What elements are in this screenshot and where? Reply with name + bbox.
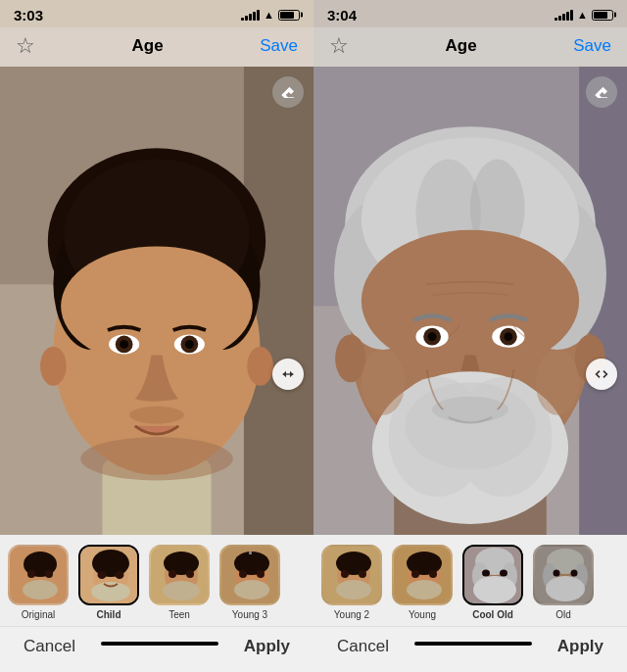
left-eraser-button[interactable] xyxy=(272,76,304,108)
right-apply-button[interactable]: Apply xyxy=(557,637,603,656)
svg-point-35 xyxy=(164,552,199,575)
svg-point-15 xyxy=(185,340,194,349)
filter-label-original: Original xyxy=(22,609,55,620)
svg-point-84 xyxy=(411,570,419,578)
filter-item-young2[interactable]: Young 2 xyxy=(319,545,384,620)
filter-item-coolold[interactable]: Cool Old xyxy=(460,545,525,620)
svg-point-61 xyxy=(428,332,437,341)
right-compare-button[interactable] xyxy=(586,359,617,390)
svg-point-70 xyxy=(335,334,365,382)
filter-label-coolold: Cool Old xyxy=(472,609,513,620)
left-signal-icon xyxy=(241,10,260,21)
right-battery-icon xyxy=(592,10,613,21)
filter-item-young3[interactable]: Young 3 xyxy=(217,545,282,620)
left-status-icons: ▲ xyxy=(241,9,300,21)
svg-point-100 xyxy=(554,570,560,577)
right-wifi-icon: ▲ xyxy=(577,9,588,21)
right-signal-icon xyxy=(555,10,573,21)
svg-point-79 xyxy=(359,570,366,578)
left-phone-screen: 3:03 ▲ ☆ Age Save xyxy=(0,0,314,672)
svg-point-73 xyxy=(536,350,579,415)
filter-item-teen[interactable]: Teen xyxy=(147,545,212,620)
svg-point-93 xyxy=(500,570,507,577)
filter-thumb-young3 xyxy=(219,545,280,605)
right-photo-background xyxy=(314,67,627,535)
filter-label-old: Old xyxy=(555,609,571,620)
filter-label-young: Young xyxy=(409,609,436,620)
filter-thumb-teen xyxy=(149,545,210,605)
filter-thumb-child xyxy=(78,545,139,605)
left-favorite-button[interactable]: ☆ xyxy=(16,33,35,59)
svg-point-24 xyxy=(23,580,58,600)
svg-point-38 xyxy=(186,570,194,578)
left-page-title: Age xyxy=(132,36,164,56)
left-save-button[interactable]: Save xyxy=(260,36,298,56)
right-time: 3:04 xyxy=(327,7,357,24)
left-face-svg xyxy=(0,67,314,535)
right-bottom-bar: Cancel Apply xyxy=(314,626,627,672)
left-nav-bar: ☆ Age Save xyxy=(0,27,314,67)
left-bottom-bar: Cancel Apply xyxy=(0,626,314,672)
filter-label-young2: Young 2 xyxy=(334,609,369,620)
filter-item-child[interactable]: Child xyxy=(76,545,141,620)
right-favorite-button[interactable]: ☆ xyxy=(329,33,349,59)
svg-rect-45 xyxy=(249,552,252,554)
left-status-bar: 3:03 ▲ xyxy=(0,0,314,27)
svg-point-16 xyxy=(129,407,184,424)
right-save-button[interactable]: Save xyxy=(573,36,611,56)
filter-item-young[interactable]: Young xyxy=(390,545,455,620)
right-page-title: Age xyxy=(446,36,477,56)
svg-point-32 xyxy=(116,571,124,579)
svg-point-19 xyxy=(80,437,233,480)
filter-item-old[interactable]: Old xyxy=(531,545,596,620)
filter-label-child: Child xyxy=(97,609,121,620)
left-battery-icon xyxy=(278,10,300,21)
svg-point-31 xyxy=(98,571,107,579)
svg-point-92 xyxy=(482,570,490,577)
svg-point-37 xyxy=(169,570,176,578)
right-eraser-button[interactable] xyxy=(586,76,617,108)
svg-point-43 xyxy=(239,570,247,578)
right-photo-area xyxy=(314,67,627,535)
svg-point-58 xyxy=(362,230,579,372)
right-face-svg xyxy=(314,67,627,535)
svg-point-64 xyxy=(504,332,512,341)
svg-point-101 xyxy=(571,570,578,577)
right-cancel-button[interactable]: Cancel xyxy=(337,637,389,656)
filter-thumb-original xyxy=(8,545,69,605)
svg-point-76 xyxy=(336,552,371,575)
svg-point-36 xyxy=(163,581,200,600)
svg-point-91 xyxy=(473,576,516,603)
filter-thumb-young xyxy=(392,545,453,605)
svg-point-85 xyxy=(429,570,437,578)
left-filter-strip: Original Child xyxy=(0,535,314,626)
left-cancel-button[interactable]: Cancel xyxy=(24,637,75,656)
svg-point-25 xyxy=(27,570,35,578)
left-time: 3:03 xyxy=(14,7,43,24)
left-compare-button[interactable] xyxy=(272,359,304,390)
filter-item-original[interactable]: Original xyxy=(6,545,71,620)
svg-point-69 xyxy=(432,397,508,423)
svg-point-68 xyxy=(405,382,535,469)
left-photo-area xyxy=(0,67,314,535)
left-apply-button[interactable]: Apply xyxy=(244,637,290,656)
svg-point-82 xyxy=(407,552,442,575)
svg-point-42 xyxy=(234,580,269,600)
svg-point-17 xyxy=(40,347,67,386)
svg-point-99 xyxy=(546,576,585,601)
svg-point-12 xyxy=(120,340,128,349)
left-wifi-icon: ▲ xyxy=(264,9,274,21)
svg-point-77 xyxy=(336,580,371,600)
filter-thumb-old xyxy=(533,545,594,605)
filter-thumb-coolold xyxy=(462,545,523,605)
left-photo-background xyxy=(0,67,314,535)
svg-point-9 xyxy=(61,246,253,365)
left-home-indicator xyxy=(101,642,218,646)
svg-point-30 xyxy=(91,582,130,601)
svg-point-26 xyxy=(45,570,53,578)
right-phone-screen: 3:04 ▲ ☆ Age Save xyxy=(314,0,627,672)
right-filter-strip: Young 2 Young xyxy=(314,535,627,626)
right-home-indicator xyxy=(414,642,532,646)
svg-point-44 xyxy=(257,570,265,578)
filter-thumb-young2 xyxy=(321,545,382,605)
